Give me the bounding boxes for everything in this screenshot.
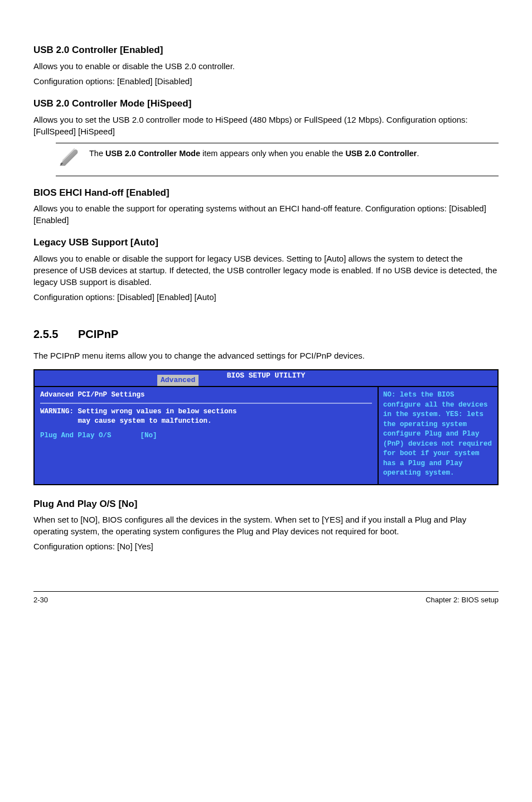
bios-option-label: Plug And Play O/S [40,432,112,439]
note-pencil-icon [58,147,83,171]
bios-option-value: [No] [141,432,157,439]
heading-pcipnp: 2.5.5PCIPnP [33,326,499,342]
note-bold-2: USB 2.0 Controller [345,149,417,158]
heading-ehci: BIOS EHCI Hand-off [Enabled] [33,186,499,200]
page-footer: 2-30 Chapter 2: BIOS setup [33,591,499,605]
text-plugplay-desc: When set to [NO], BIOS configures all th… [33,514,499,537]
text-pcipnp-intro: The PCIPnP menu items allow you to chang… [33,350,499,361]
text-usb20-mode-desc: Allows you to set the USB 2.0 controller… [33,114,499,137]
footer-chapter: Chapter 2: BIOS setup [425,595,499,605]
text-legacy-desc: Allows you to enable or disable the supp… [33,253,499,288]
bios-help-text: NO: lets the BIOS configure all the devi… [383,391,492,477]
note-bold-1: USB 2.0 Controller Mode [105,149,200,158]
bios-title-bar: BIOS SETUP UTILITY Advanced [33,369,499,386]
bios-help-pane: NO: lets the BIOS configure all the devi… [378,387,497,484]
bios-left-pane: Advanced PCI/PnP Settings WARNING: Setti… [35,387,378,484]
note-text: The USB 2.0 Controller Mode item appears… [89,148,419,159]
bios-left-heading: Advanced PCI/PnP Settings [40,390,372,400]
bios-screenshot: BIOS SETUP UTILITY Advanced Advanced PCI… [33,369,499,485]
note-block: The USB 2.0 Controller Mode item appears… [56,143,499,176]
text-usb20-ctrl-opts: Configuration options: [Enabled] [Disabl… [33,75,499,87]
heading-pcipnp-title: PCIPnP [78,328,118,340]
bios-warning-l2: may cause system to malfunction. [40,417,372,427]
heading-pcipnp-num: 2.5.5 [33,326,78,342]
heading-usb20-mode: USB 2.0 Controller Mode [HiSpeed] [33,97,499,110]
text-ehci-desc: Allows you to enable the support for ope… [33,202,499,226]
bios-tab-advanced: Advanced [157,375,199,386]
heading-legacy-usb: Legacy USB Support [Auto] [33,236,499,249]
heading-plug-and-play: Plug And Play O/S [No] [33,497,499,511]
bios-option-plug-play: Plug And Play O/S[No] [40,431,372,441]
note-suffix: . [417,149,419,158]
text-usb20-ctrl-desc: Allows you to enable or disable the USB … [33,60,499,72]
bios-warning-l1: WARNING: Setting wrong values in below s… [40,407,372,417]
bios-body: Advanced PCI/PnP Settings WARNING: Setti… [33,386,499,485]
bios-title: BIOS SETUP UTILITY [227,371,305,380]
note-prefix: The [89,149,105,158]
note-mid: item appears only when you enable the [200,149,345,158]
text-plugplay-opts: Configuration options: [No] [Yes] [33,540,499,552]
footer-page-number: 2-30 [33,595,48,605]
text-legacy-opts: Configuration options: [Disabled] [Enabl… [33,291,499,303]
heading-usb20-controller: USB 2.0 Controller [Enabled] [33,44,499,57]
bios-divider [40,403,372,404]
